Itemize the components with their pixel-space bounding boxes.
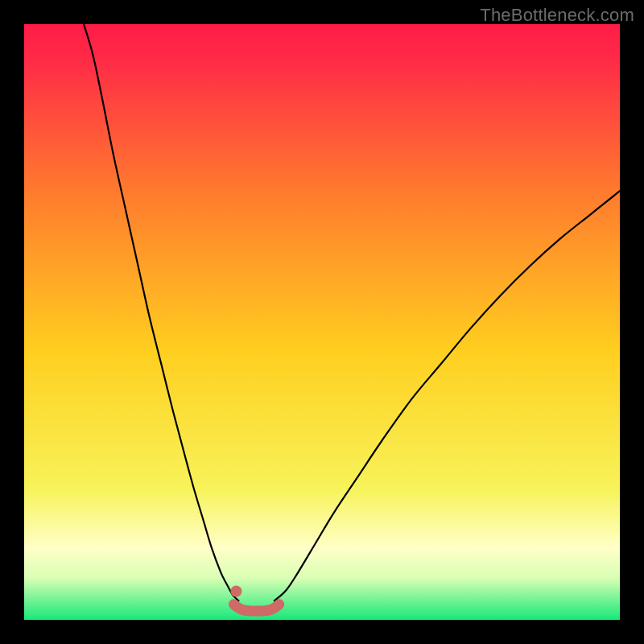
chart-plot	[24, 24, 620, 620]
gradient-background	[24, 24, 620, 620]
watermark-text: TheBottleneck.com	[480, 5, 634, 26]
chart-frame: TheBottleneck.com	[0, 0, 644, 644]
floor-marker-dot	[230, 585, 242, 597]
